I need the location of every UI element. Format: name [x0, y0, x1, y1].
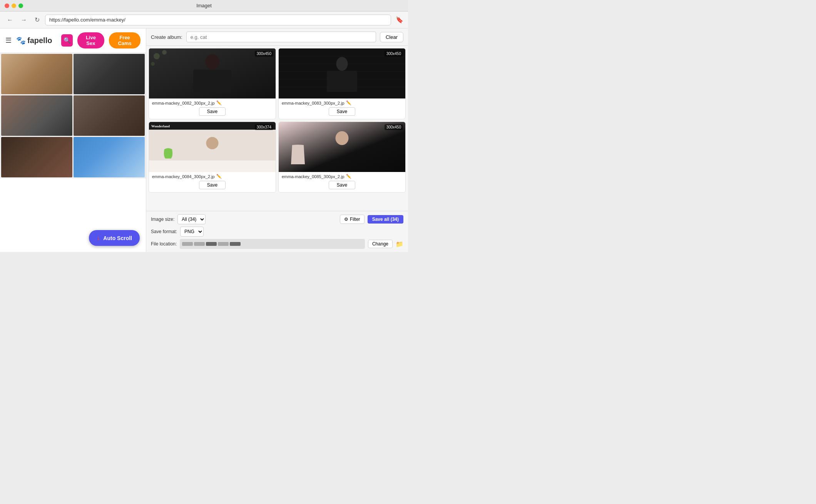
grid-image-1: [1, 54, 72, 94]
grid-image-3: [1, 95, 72, 136]
path-segment-5: [230, 242, 241, 246]
images-scroll-area: 300x450 emma-mackey_0082_300px_2.jp ✏️ S…: [146, 46, 408, 211]
url-bar[interactable]: [45, 15, 391, 25]
card-size-badge-4: 300x450: [385, 124, 403, 130]
edit-icon-1[interactable]: ✏️: [216, 100, 222, 105]
card-filename-3: emma-mackey_0084_300px_2.jp ✏️: [149, 172, 276, 180]
card-filename-2: emma-mackey_0083_300px_2.jp ✏️: [279, 98, 405, 107]
image-grid: [0, 53, 146, 179]
svg-point-20: [206, 137, 219, 149]
svg-point-4: [151, 62, 155, 66]
svg-rect-6: [193, 70, 231, 93]
main-area: ☰ 🐾 fapello 🔍 Live Sex Free Cams ↓ Auto …: [0, 28, 408, 252]
save-button-1[interactable]: Save: [199, 107, 226, 116]
card-size-badge-1: 300x450: [255, 51, 273, 57]
bottom-controls: Image size: All (34) ⚙ Filter Save all (…: [146, 211, 408, 252]
window-controls: [5, 3, 23, 8]
card-filename-4: emma-mackey_0085_300px_2.jp ✏️: [279, 172, 405, 180]
svg-point-24: [336, 131, 349, 145]
image-card-1: 300x450 emma-mackey_0082_300px_2.jp ✏️ S…: [149, 48, 276, 119]
logo-text: fapello: [27, 36, 52, 45]
svg-point-5: [206, 54, 219, 70]
file-location-row: File location: Change 📁: [151, 239, 403, 249]
image-card-4: 300x450 emma-mackey_0085_300px_2.jp ✏️ S…: [278, 122, 406, 193]
image-card-3: Wonderland 300x374 emma-mackey_00: [149, 122, 276, 193]
file-location-label: File location:: [151, 241, 177, 247]
path-segment-4: [218, 242, 229, 246]
svg-rect-22: [149, 160, 276, 172]
search-button[interactable]: 🔍: [61, 34, 72, 47]
card-image-wrapper-4: 300x450: [279, 122, 405, 172]
save-format-row: Save format: PNG: [151, 227, 403, 237]
save-button-4[interactable]: Save: [329, 181, 355, 189]
filter-button[interactable]: ⚙ Filter: [340, 215, 365, 224]
change-button[interactable]: Change: [368, 240, 393, 248]
path-segment-1: [182, 242, 193, 246]
sidebar-panel: Create album: Clear: [146, 28, 408, 252]
create-album-bar: Create album: Clear: [146, 28, 408, 46]
card-filename-1: emma-mackey_0082_300px_2.jp ✏️: [149, 98, 276, 107]
browser-panel: ☰ 🐾 fapello 🔍 Live Sex Free Cams ↓ Auto …: [0, 28, 146, 252]
free-cams-button[interactable]: Free Cams: [109, 32, 140, 48]
maximize-button[interactable]: [18, 3, 23, 8]
save-button-3[interactable]: Save: [199, 181, 226, 189]
card-image-wrapper-2: 300x450: [279, 48, 405, 98]
window-title: Imaget: [196, 3, 212, 8]
filter-icon: ⚙: [344, 217, 348, 222]
hamburger-icon[interactable]: ☰: [5, 36, 12, 45]
fapello-header: ☰ 🐾 fapello 🔍 Live Sex Free Cams: [0, 28, 146, 53]
back-button[interactable]: ←: [5, 15, 15, 25]
clear-button[interactable]: Clear: [380, 32, 403, 42]
bookmark-icon[interactable]: 🔖: [396, 16, 403, 23]
card-size-badge-2: 300x450: [385, 51, 403, 57]
image-size-select[interactable]: All (34): [177, 214, 206, 224]
album-input[interactable]: [186, 32, 376, 42]
svg-point-14: [336, 57, 348, 71]
image-size-row: Image size: All (34) ⚙ Filter Save all (…: [151, 214, 403, 224]
auto-scroll-label: Auto Scroll: [103, 235, 132, 241]
save-format-label: Save format:: [151, 229, 177, 234]
svg-point-3: [162, 50, 167, 55]
grid-image-4: [74, 95, 145, 136]
file-path-bar: [180, 239, 365, 249]
card-image-wrapper-3: Wonderland 300x374: [149, 122, 276, 172]
svg-text:Wonderland: Wonderland: [151, 124, 170, 128]
grid-image-5: [1, 137, 72, 177]
path-segment-2: [194, 242, 205, 246]
titlebar: Imaget: [0, 0, 408, 12]
format-select[interactable]: PNG: [180, 227, 204, 237]
edit-icon-2[interactable]: ✏️: [346, 100, 351, 105]
card-size-badge-3: 300x374: [255, 124, 273, 130]
auto-scroll-button[interactable]: ↓ Auto Scroll: [89, 230, 140, 246]
create-album-label: Create album:: [151, 34, 182, 40]
close-button[interactable]: [5, 3, 9, 8]
refresh-button[interactable]: ↻: [32, 15, 42, 25]
save-all-button[interactable]: Save all (34): [368, 215, 403, 224]
grid-image-6: [74, 137, 145, 177]
live-sex-button[interactable]: Live Sex: [77, 32, 105, 48]
folder-icon-button[interactable]: 📁: [396, 240, 403, 248]
edit-icon-4[interactable]: ✏️: [346, 174, 351, 179]
logo-area: 🐾 fapello: [16, 36, 52, 45]
grid-image-2: [74, 54, 145, 94]
minimize-button[interactable]: [12, 3, 16, 8]
svg-rect-15: [327, 71, 357, 92]
image-card-2: 300x450 emma-mackey_0083_300px_2.jp ✏️ S…: [278, 48, 406, 119]
browser-bar: ← → ↻ 🔖: [0, 12, 408, 28]
image-size-label: Image size:: [151, 217, 174, 222]
edit-icon-3[interactable]: ✏️: [216, 174, 222, 179]
logo-icon: 🐾: [16, 36, 26, 45]
path-segment-3: [206, 242, 217, 246]
save-button-2[interactable]: Save: [329, 107, 355, 116]
arrow-down-icon: ↓: [97, 234, 100, 242]
forward-button[interactable]: →: [18, 15, 29, 25]
svg-point-2: [154, 53, 160, 59]
card-image-wrapper-1: 300x450: [149, 48, 276, 98]
